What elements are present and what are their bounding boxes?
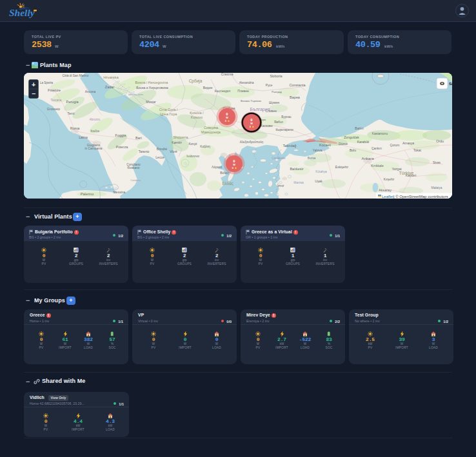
- svg-text:Северна: Северна: [204, 126, 219, 130]
- svg-text:Zadar: Zadar: [105, 85, 115, 89]
- svg-text:Ελλάς: Ελλάς: [222, 181, 233, 186]
- svg-text:Разград: Разград: [272, 90, 282, 93]
- svg-text:България: България: [250, 107, 270, 112]
- svg-text:Ямбол: Ямбол: [274, 121, 283, 124]
- svg-text:Kırşehir: Kırşehir: [384, 178, 395, 181]
- svg-text:in Campania: in Campania: [85, 147, 103, 150]
- svg-text:La Spezia: La Spezia: [40, 81, 54, 84]
- svg-text:Latina: Latina: [79, 135, 88, 139]
- svg-text:Bartın: Bartın: [355, 126, 364, 130]
- svg-text:Босна и Херцеговина: Босна и Херцеговина: [136, 86, 168, 90]
- svg-text:Ankara: Ankara: [361, 157, 374, 160]
- svg-text:Amasya: Amasya: [402, 141, 414, 145]
- svg-text:W: W: [233, 164, 235, 166]
- svg-text:Roma: Roma: [70, 126, 81, 130]
- svg-text:Србија: Србија: [189, 79, 203, 84]
- svg-text:Ιωάννινα: Ιωάννινα: [186, 154, 199, 158]
- svg-text:Perugia: Perugia: [66, 100, 79, 104]
- svg-text:Bari: Bari: [135, 136, 142, 140]
- svg-text:Balıkesir: Balıkesir: [290, 167, 303, 171]
- svg-text:Kosova /: Kosova /: [190, 111, 204, 115]
- svg-text:Aksaray: Aksaray: [379, 188, 392, 192]
- svg-text:Abruzzo: Abruzzo: [90, 118, 101, 121]
- svg-text:Русе: Русе: [266, 84, 273, 87]
- svg-text:Eskişehir: Eskişehir: [335, 165, 349, 169]
- svg-text:Craiova: Craiova: [221, 73, 234, 76]
- svg-text:Bursa: Bursa: [308, 157, 316, 160]
- svg-text:Malatya: Malatya: [431, 186, 442, 190]
- svg-text:Бургас: Бургас: [281, 115, 292, 119]
- svg-text:Toscana: Toscana: [51, 99, 62, 102]
- svg-text:Foggia: Foggia: [115, 133, 127, 137]
- svg-text:Κοζάνη: Κοζάνη: [200, 144, 210, 149]
- svg-text:Brindisi: Brindisi: [157, 147, 167, 151]
- svg-text:Lecce: Lecce: [155, 155, 164, 159]
- svg-text:Bolu: Bolu: [350, 148, 356, 152]
- svg-text:Кыркларели: Кыркларели: [275, 128, 293, 131]
- svg-text:Македонија: Македонија: [201, 130, 221, 134]
- svg-text:İzmir: İzmir: [277, 184, 284, 188]
- svg-text:Kütahya: Kütahya: [315, 170, 327, 173]
- svg-text:Firenze: Firenze: [48, 88, 61, 92]
- svg-text:Slobozia: Slobozia: [270, 74, 282, 78]
- svg-text:Italia: Italia: [90, 129, 99, 133]
- svg-text:Zonguldak: Zonguldak: [344, 135, 359, 139]
- svg-text:Tekirdağ: Tekirdağ: [283, 144, 297, 148]
- svg-text:Calabria: Calabria: [130, 179, 141, 182]
- svg-text:Yalova: Yalova: [313, 148, 322, 152]
- svg-text:Alexandria: Alexandria: [239, 81, 254, 84]
- svg-text:Uşak: Uşak: [315, 179, 322, 183]
- svg-text:Kocaeli: Kocaeli: [319, 143, 331, 147]
- svg-text:Rossano: Rossano: [128, 166, 140, 170]
- svg-text:Taranto: Taranto: [139, 150, 150, 153]
- svg-text:Potenza: Potenza: [116, 145, 128, 149]
- svg-text:Crna Gora /: Crna Gora /: [159, 108, 178, 112]
- svg-text:Constanta: Constanta: [289, 83, 306, 87]
- svg-text:Mostar: Mostar: [146, 100, 156, 104]
- svg-text:Türkiye: Türkiye: [399, 171, 414, 176]
- svg-text:Città di San Marino: Città di San Marino: [63, 74, 89, 77]
- svg-text:Leaflet: Leaflet: [382, 195, 393, 199]
- svg-text:Λάρισα: Λάρισα: [212, 165, 222, 169]
- svg-text:Видин: Видин: [203, 86, 213, 90]
- svg-text:Ordu: Ordu: [436, 139, 444, 143]
- svg-text:Ancona: Ancona: [85, 90, 96, 93]
- svg-text:3: 3: [225, 120, 226, 122]
- svg-text:Terni: Terni: [68, 112, 75, 115]
- svg-text:Çanakkale: Çanakkale: [272, 157, 286, 160]
- svg-text:0: 0: [232, 167, 233, 170]
- svg-text:Sivas: Sivas: [433, 160, 441, 164]
- svg-text:Kırıkkale: Kırıkkale: [371, 164, 384, 168]
- svg-text:W: W: [250, 122, 253, 125]
- svg-text:−: −: [32, 90, 35, 97]
- svg-text:Çankırı: Çankırı: [372, 146, 382, 150]
- svg-text:2: 2: [250, 126, 251, 128]
- svg-text:Hrvatska: Hrvatska: [103, 75, 119, 79]
- svg-text:Grosseto: Grosseto: [47, 107, 61, 111]
- svg-text:Palermo: Palermo: [81, 192, 94, 196]
- svg-text:Kamëz: Kamëz: [172, 141, 182, 144]
- svg-text:Korçë: Korçë: [188, 142, 197, 146]
- svg-text:Bosna i Hercegovina: Bosna i Hercegovina: [135, 81, 169, 84]
- svg-text:Messina: Messina: [114, 190, 126, 194]
- svg-text:Karabük: Karabük: [357, 140, 370, 144]
- svg-text:Se: Se: [449, 82, 452, 86]
- svg-text:Kosovo: Kosovo: [191, 115, 203, 119]
- svg-text:Vlorë: Vlorë: [170, 150, 177, 153]
- svg-text:Плевен: Плевен: [237, 89, 249, 93]
- svg-text:Шумен: Шумен: [269, 101, 279, 104]
- svg-text:Istarsko-dalm.: Istarsko-dalm.: [128, 93, 144, 96]
- svg-text:Düzce: Düzce: [339, 142, 348, 146]
- svg-text:Αλεξανδρούπολη: Αλεξανδρούπολη: [240, 140, 264, 144]
- svg-text:Shqipëria: Shqipëria: [173, 135, 188, 139]
- svg-text:+: +: [32, 81, 35, 88]
- svg-text:Manisa: Manisa: [293, 181, 304, 184]
- svg-text:Црна Гора: Црна Гора: [160, 112, 177, 116]
- svg-text:Tokat: Tokat: [413, 148, 422, 152]
- svg-text:Кюстендил: Кюстендил: [215, 90, 231, 93]
- svg-text:Хасково: Хасково: [260, 124, 272, 128]
- svg-text:Варна: Варна: [290, 95, 301, 99]
- svg-text:| © OpenStreetMap contributors: | © OpenStreetMap contributors: [393, 195, 448, 199]
- svg-text:Çorum: Çorum: [390, 143, 399, 147]
- svg-text:W: W: [226, 117, 228, 119]
